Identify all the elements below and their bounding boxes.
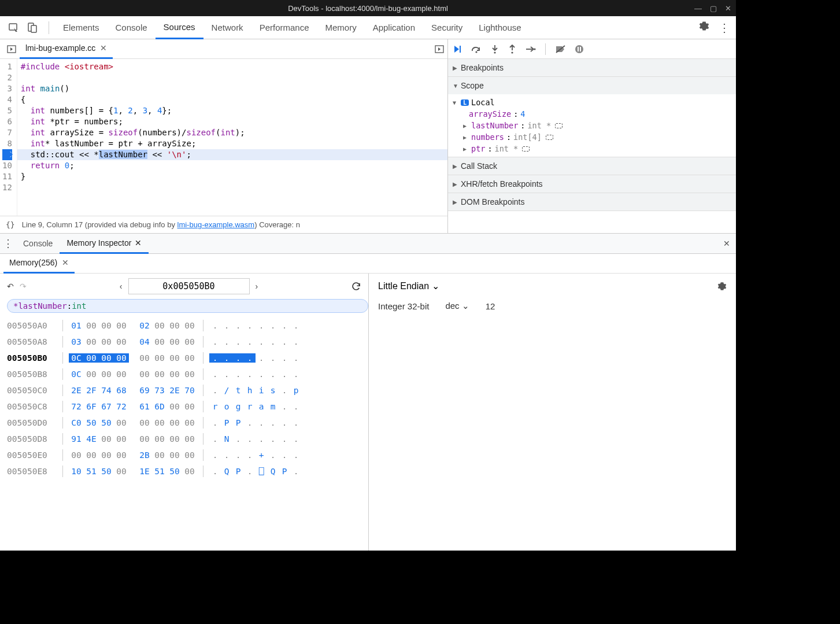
minimize-icon[interactable]: — (694, 4, 702, 13)
drawer-more-icon[interactable]: ⋮ (1, 237, 15, 250)
dom-section[interactable]: ▶DOM Breakpoints (448, 193, 736, 211)
memory-chip-icon[interactable] (555, 123, 563, 128)
titlebar: DevTools - localhost:4000/lmi-bug-exampl… (0, 0, 736, 16)
maximize-icon[interactable]: ▢ (710, 4, 717, 13)
refresh-icon[interactable] (351, 281, 361, 291)
step-into-icon[interactable] (491, 45, 499, 54)
file-tab-label: lmi-bug-example.cc (25, 43, 95, 53)
window-title: DevTools - localhost:4000/lmi-bug-exampl… (288, 4, 448, 13)
callstack-section[interactable]: ▶Call Stack (448, 157, 736, 175)
hex-viewer[interactable]: 005050A00100000002000000........005050A8… (0, 317, 368, 479)
drawer-console-tab[interactable]: Console (16, 233, 60, 254)
undo-icon[interactable]: ↶ (7, 282, 14, 291)
svg-point-9 (534, 48, 535, 50)
chevron-down-icon: ⌄ (462, 301, 469, 311)
scope-section[interactable]: ▼Scope (448, 77, 736, 94)
svg-rect-5 (460, 46, 461, 53)
resume-icon[interactable] (453, 45, 462, 54)
value-type: Integer 32-bit (378, 301, 429, 311)
wasm-link[interactable]: lmi-bug-example.wasm (177, 220, 255, 229)
svg-point-7 (494, 51, 495, 53)
svg-rect-0 (9, 24, 17, 30)
status-bar: {} Line 9, Column 17 (provided via debug… (0, 216, 447, 233)
deactivate-breakpoints-icon[interactable] (555, 45, 565, 53)
step-out-icon[interactable] (508, 45, 516, 54)
next-page-icon[interactable]: › (256, 282, 258, 291)
code-editor[interactable]: 123456789101112 #include <iostream> int … (0, 59, 447, 216)
settings-icon[interactable] (699, 21, 709, 35)
value-settings-icon[interactable] (717, 282, 727, 291)
breakpoints-section[interactable]: ▶Breakpoints (448, 59, 736, 76)
tab-application[interactable]: Application (365, 16, 423, 39)
decoded-value: 12 (486, 301, 495, 311)
prev-page-icon[interactable]: ‹ (120, 282, 123, 291)
tab-network[interactable]: Network (203, 16, 251, 39)
drawer-memory-inspector-tab[interactable]: Memory Inspector✕ (60, 233, 149, 254)
code-content: #include <iostream> int main() { int num… (17, 59, 447, 216)
toggle-debugger-icon[interactable] (432, 42, 446, 56)
tab-performance[interactable]: Performance (251, 16, 317, 39)
step-icon[interactable] (526, 46, 536, 53)
more-icon[interactable]: ⋮ (719, 21, 730, 35)
memory-chip-icon[interactable] (522, 146, 530, 152)
toggle-navigator-icon[interactable] (5, 42, 18, 56)
value-pane: Little Endian ⌄ Integer 32-bit dec ⌄ 12 (369, 274, 736, 551)
close-tab-icon[interactable]: ✕ (100, 43, 107, 53)
line-gutter: 123456789101112 (0, 59, 17, 216)
file-tab[interactable]: lmi-bug-example.cc ✕ (20, 39, 113, 59)
drawer-close-icon[interactable]: ✕ (723, 239, 730, 248)
svg-rect-12 (578, 47, 579, 51)
drawer-tabs: ⋮ Console Memory Inspector✕ ✕ (0, 233, 736, 254)
device-icon[interactable] (24, 20, 40, 36)
debugger-sidebar: ▶Breakpoints ▼Scope ▼L Local arraySize: … (448, 39, 736, 233)
close-memory-tab-icon[interactable]: ✕ (62, 258, 69, 267)
memory-tab[interactable]: Memory(256)✕ (3, 254, 75, 274)
scope-var[interactable]: ▶numbers: int[4] (448, 131, 736, 143)
close-icon[interactable]: ✕ (725, 4, 731, 13)
value-format-select[interactable]: dec ⌄ (445, 301, 469, 311)
tab-memory[interactable]: Memory (317, 16, 365, 39)
hex-pane: ↶ ↷ ‹ › *lastNumber: int 005050A00100000… (0, 274, 369, 551)
address-input[interactable] (128, 278, 250, 294)
endian-select[interactable]: Little Endian ⌄ (378, 280, 439, 291)
svg-rect-13 (580, 47, 581, 51)
svg-rect-2 (31, 25, 36, 32)
memory-chip-icon[interactable] (546, 135, 553, 140)
svg-point-8 (511, 51, 513, 53)
svg-point-6 (475, 51, 477, 53)
step-over-icon[interactable] (471, 45, 482, 53)
xhr-section[interactable]: ▶XHR/fetch Breakpoints (448, 175, 736, 193)
chevron-down-icon: ⌄ (432, 281, 439, 291)
redo-icon[interactable]: ↷ (20, 282, 27, 291)
pretty-print-icon[interactable]: {} (6, 220, 15, 229)
tab-elements[interactable]: Elements (55, 16, 108, 39)
tab-security[interactable]: Security (423, 16, 471, 39)
close-drawer-tab-icon[interactable]: ✕ (135, 238, 142, 248)
scope-var[interactable]: ▶ptr: int * (448, 143, 736, 154)
scope-var[interactable]: ▶lastNumber: int * (448, 120, 736, 131)
main-tabs: Elements Console Sources Network Perform… (0, 16, 736, 39)
tab-lighthouse[interactable]: Lighthouse (471, 16, 529, 39)
tab-sources[interactable]: Sources (156, 16, 203, 39)
svg-point-11 (575, 45, 583, 53)
watched-value-chip[interactable]: *lastNumber: int (7, 299, 368, 313)
pause-exceptions-icon[interactable] (575, 45, 584, 54)
local-badge: L (461, 99, 469, 106)
inspect-icon[interactable] (6, 20, 22, 36)
tab-console[interactable]: Console (108, 16, 156, 39)
